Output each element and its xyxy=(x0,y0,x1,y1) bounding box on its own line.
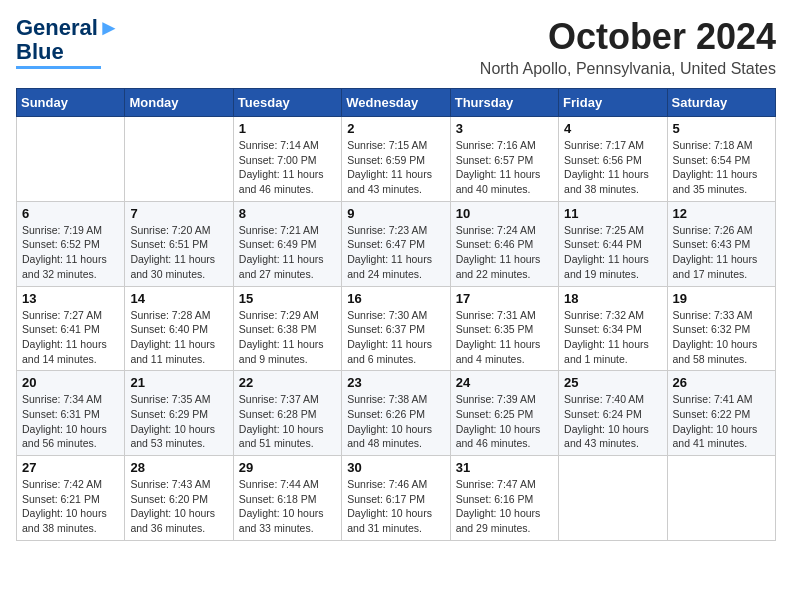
day-info: Sunrise: 7:40 AMSunset: 6:24 PMDaylight:… xyxy=(564,392,661,451)
location-title: North Apollo, Pennsylvania, United State… xyxy=(480,60,776,78)
calendar-cell: 28Sunrise: 7:43 AMSunset: 6:20 PMDayligh… xyxy=(125,456,233,541)
calendar-cell: 5Sunrise: 7:18 AMSunset: 6:54 PMDaylight… xyxy=(667,117,775,202)
weekday-header-cell: Wednesday xyxy=(342,89,450,117)
day-number: 5 xyxy=(673,121,770,136)
day-number: 22 xyxy=(239,375,336,390)
day-number: 8 xyxy=(239,206,336,221)
weekday-header-cell: Thursday xyxy=(450,89,558,117)
calendar-cell: 18Sunrise: 7:32 AMSunset: 6:34 PMDayligh… xyxy=(559,286,667,371)
calendar-cell: 2Sunrise: 7:15 AMSunset: 6:59 PMDaylight… xyxy=(342,117,450,202)
day-info: Sunrise: 7:31 AMSunset: 6:35 PMDaylight:… xyxy=(456,308,553,367)
calendar-cell: 12Sunrise: 7:26 AMSunset: 6:43 PMDayligh… xyxy=(667,201,775,286)
day-info: Sunrise: 7:47 AMSunset: 6:16 PMDaylight:… xyxy=(456,477,553,536)
calendar-cell: 3Sunrise: 7:16 AMSunset: 6:57 PMDaylight… xyxy=(450,117,558,202)
day-info: Sunrise: 7:15 AMSunset: 6:59 PMDaylight:… xyxy=(347,138,444,197)
day-info: Sunrise: 7:30 AMSunset: 6:37 PMDaylight:… xyxy=(347,308,444,367)
day-number: 7 xyxy=(130,206,227,221)
weekday-header-cell: Friday xyxy=(559,89,667,117)
day-info: Sunrise: 7:43 AMSunset: 6:20 PMDaylight:… xyxy=(130,477,227,536)
weekday-header-cell: Monday xyxy=(125,89,233,117)
calendar-table: SundayMondayTuesdayWednesdayThursdayFrid… xyxy=(16,88,776,541)
logo-underline xyxy=(16,66,101,69)
day-number: 10 xyxy=(456,206,553,221)
day-number: 12 xyxy=(673,206,770,221)
day-info: Sunrise: 7:19 AMSunset: 6:52 PMDaylight:… xyxy=(22,223,119,282)
day-number: 27 xyxy=(22,460,119,475)
day-info: Sunrise: 7:29 AMSunset: 6:38 PMDaylight:… xyxy=(239,308,336,367)
calendar-week-row: 20Sunrise: 7:34 AMSunset: 6:31 PMDayligh… xyxy=(17,371,776,456)
day-number: 30 xyxy=(347,460,444,475)
day-number: 18 xyxy=(564,291,661,306)
day-number: 1 xyxy=(239,121,336,136)
calendar-cell: 15Sunrise: 7:29 AMSunset: 6:38 PMDayligh… xyxy=(233,286,341,371)
day-number: 24 xyxy=(456,375,553,390)
day-number: 26 xyxy=(673,375,770,390)
day-number: 20 xyxy=(22,375,119,390)
logo: General►Blue xyxy=(16,16,120,69)
calendar-cell: 26Sunrise: 7:41 AMSunset: 6:22 PMDayligh… xyxy=(667,371,775,456)
day-info: Sunrise: 7:26 AMSunset: 6:43 PMDaylight:… xyxy=(673,223,770,282)
calendar-cell: 27Sunrise: 7:42 AMSunset: 6:21 PMDayligh… xyxy=(17,456,125,541)
day-number: 31 xyxy=(456,460,553,475)
calendar-body: 1Sunrise: 7:14 AMSunset: 7:00 PMDaylight… xyxy=(17,117,776,541)
calendar-week-row: 13Sunrise: 7:27 AMSunset: 6:41 PMDayligh… xyxy=(17,286,776,371)
day-number: 3 xyxy=(456,121,553,136)
day-info: Sunrise: 7:20 AMSunset: 6:51 PMDaylight:… xyxy=(130,223,227,282)
calendar-cell: 21Sunrise: 7:35 AMSunset: 6:29 PMDayligh… xyxy=(125,371,233,456)
calendar-cell: 1Sunrise: 7:14 AMSunset: 7:00 PMDaylight… xyxy=(233,117,341,202)
day-number: 11 xyxy=(564,206,661,221)
day-number: 28 xyxy=(130,460,227,475)
calendar-cell: 30Sunrise: 7:46 AMSunset: 6:17 PMDayligh… xyxy=(342,456,450,541)
day-number: 15 xyxy=(239,291,336,306)
day-info: Sunrise: 7:32 AMSunset: 6:34 PMDaylight:… xyxy=(564,308,661,367)
day-info: Sunrise: 7:37 AMSunset: 6:28 PMDaylight:… xyxy=(239,392,336,451)
calendar-cell: 7Sunrise: 7:20 AMSunset: 6:51 PMDaylight… xyxy=(125,201,233,286)
calendar-cell: 20Sunrise: 7:34 AMSunset: 6:31 PMDayligh… xyxy=(17,371,125,456)
day-number: 23 xyxy=(347,375,444,390)
calendar-cell: 6Sunrise: 7:19 AMSunset: 6:52 PMDaylight… xyxy=(17,201,125,286)
day-number: 13 xyxy=(22,291,119,306)
weekday-header-cell: Sunday xyxy=(17,89,125,117)
day-info: Sunrise: 7:35 AMSunset: 6:29 PMDaylight:… xyxy=(130,392,227,451)
day-info: Sunrise: 7:38 AMSunset: 6:26 PMDaylight:… xyxy=(347,392,444,451)
calendar-cell: 4Sunrise: 7:17 AMSunset: 6:56 PMDaylight… xyxy=(559,117,667,202)
calendar-week-row: 27Sunrise: 7:42 AMSunset: 6:21 PMDayligh… xyxy=(17,456,776,541)
calendar-cell: 14Sunrise: 7:28 AMSunset: 6:40 PMDayligh… xyxy=(125,286,233,371)
calendar-cell: 31Sunrise: 7:47 AMSunset: 6:16 PMDayligh… xyxy=(450,456,558,541)
logo-text: General►Blue xyxy=(16,16,120,64)
calendar-cell: 16Sunrise: 7:30 AMSunset: 6:37 PMDayligh… xyxy=(342,286,450,371)
day-number: 2 xyxy=(347,121,444,136)
calendar-cell xyxy=(559,456,667,541)
calendar-cell: 13Sunrise: 7:27 AMSunset: 6:41 PMDayligh… xyxy=(17,286,125,371)
day-info: Sunrise: 7:42 AMSunset: 6:21 PMDaylight:… xyxy=(22,477,119,536)
day-info: Sunrise: 7:46 AMSunset: 6:17 PMDaylight:… xyxy=(347,477,444,536)
day-info: Sunrise: 7:18 AMSunset: 6:54 PMDaylight:… xyxy=(673,138,770,197)
calendar-cell: 17Sunrise: 7:31 AMSunset: 6:35 PMDayligh… xyxy=(450,286,558,371)
day-info: Sunrise: 7:41 AMSunset: 6:22 PMDaylight:… xyxy=(673,392,770,451)
title-block: October 2024 North Apollo, Pennsylvania,… xyxy=(480,16,776,78)
calendar-cell: 10Sunrise: 7:24 AMSunset: 6:46 PMDayligh… xyxy=(450,201,558,286)
day-info: Sunrise: 7:27 AMSunset: 6:41 PMDaylight:… xyxy=(22,308,119,367)
page-header: General►Blue October 2024 North Apollo, … xyxy=(16,16,776,78)
calendar-cell: 29Sunrise: 7:44 AMSunset: 6:18 PMDayligh… xyxy=(233,456,341,541)
day-number: 4 xyxy=(564,121,661,136)
day-info: Sunrise: 7:39 AMSunset: 6:25 PMDaylight:… xyxy=(456,392,553,451)
weekday-header-cell: Saturday xyxy=(667,89,775,117)
calendar-week-row: 1Sunrise: 7:14 AMSunset: 7:00 PMDaylight… xyxy=(17,117,776,202)
calendar-cell xyxy=(667,456,775,541)
day-info: Sunrise: 7:23 AMSunset: 6:47 PMDaylight:… xyxy=(347,223,444,282)
day-number: 29 xyxy=(239,460,336,475)
calendar-cell: 22Sunrise: 7:37 AMSunset: 6:28 PMDayligh… xyxy=(233,371,341,456)
calendar-cell: 25Sunrise: 7:40 AMSunset: 6:24 PMDayligh… xyxy=(559,371,667,456)
day-info: Sunrise: 7:28 AMSunset: 6:40 PMDaylight:… xyxy=(130,308,227,367)
day-info: Sunrise: 7:24 AMSunset: 6:46 PMDaylight:… xyxy=(456,223,553,282)
calendar-cell: 8Sunrise: 7:21 AMSunset: 6:49 PMDaylight… xyxy=(233,201,341,286)
calendar-cell xyxy=(125,117,233,202)
day-number: 9 xyxy=(347,206,444,221)
calendar-cell: 24Sunrise: 7:39 AMSunset: 6:25 PMDayligh… xyxy=(450,371,558,456)
day-info: Sunrise: 7:14 AMSunset: 7:00 PMDaylight:… xyxy=(239,138,336,197)
calendar-cell: 9Sunrise: 7:23 AMSunset: 6:47 PMDaylight… xyxy=(342,201,450,286)
day-number: 6 xyxy=(22,206,119,221)
day-number: 25 xyxy=(564,375,661,390)
calendar-cell: 23Sunrise: 7:38 AMSunset: 6:26 PMDayligh… xyxy=(342,371,450,456)
